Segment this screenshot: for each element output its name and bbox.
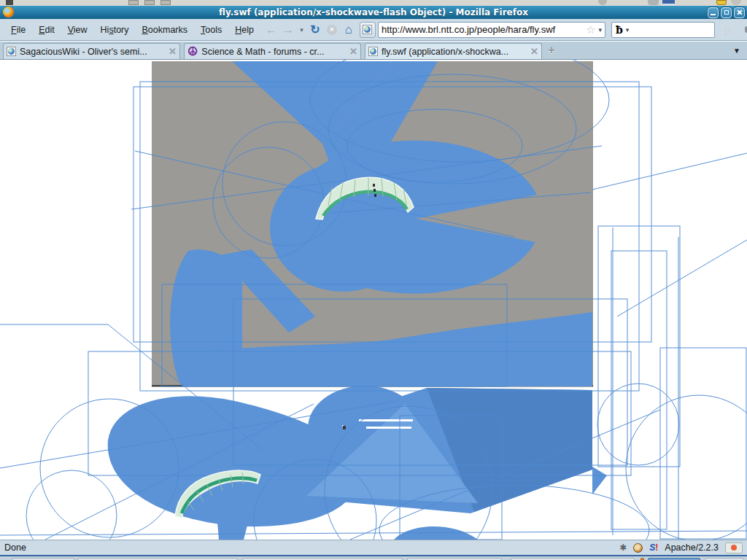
stop-icon[interactable]: ✕ [324, 22, 340, 38]
panel-fragment [160, 0, 171, 5]
url-bar: ☆ ▾ [378, 22, 605, 38]
tab-bar: SagaciousWiki - Oliver's semi... ✕ ☮ Sci… [0, 42, 747, 60]
record-indicator[interactable] [725, 542, 743, 553]
search-box: ƀ ▾ [611, 22, 715, 38]
tray-icon-fragment [648, 0, 659, 5]
server-info-text[interactable]: Apache/2.2.3 [665, 542, 719, 553]
menu-edit[interactable]: Edit [32, 22, 61, 38]
background-panel-strip [0, 0, 747, 6]
close-button[interactable] [734, 7, 745, 18]
tab-close-icon[interactable]: ✕ [169, 46, 177, 57]
menu-help[interactable]: Help [228, 22, 260, 38]
stop-x-glyph: ✕ [327, 25, 337, 35]
panel-fragment [6, 0, 13, 5]
maximize-button[interactable] [721, 7, 732, 18]
tab-fly-swf[interactable]: fly.swf (application/x-shockwa... ✕ [365, 43, 542, 59]
tray-icon-fragment [598, 0, 607, 5]
tab-close-icon[interactable]: ✕ [530, 46, 538, 57]
taskbar-strip [0, 555, 747, 560]
menu-history[interactable]: History [94, 22, 136, 38]
history-dropdown-icon[interactable]: ▾ [297, 22, 306, 38]
reload-icon[interactable]: ↻ [307, 22, 323, 38]
menu-bookmarks[interactable]: Bookmarks [136, 22, 195, 38]
site-favicon-button[interactable] [360, 22, 376, 38]
status-text: Done [4, 542, 26, 553]
menu-view[interactable]: View [61, 22, 94, 38]
tab-title: Science & Math - forums - cr... [201, 47, 346, 57]
status-bar: Done ✱ S! Apache/2.2.3 [0, 540, 747, 555]
bookmark-star-icon[interactable]: ☆ [584, 23, 597, 36]
nav-buttons: ← → ▾ ↻ ✕ ⌂ [263, 22, 357, 38]
forward-icon[interactable]: → [280, 22, 296, 38]
panel-fragment [128, 0, 139, 5]
tab-science-math[interactable]: ☮ Science & Math - forums - cr... ✕ [184, 43, 361, 59]
flash-artwork [0, 60, 747, 540]
globe-favicon-icon [7, 47, 16, 56]
menu-file[interactable]: File [4, 22, 32, 38]
firefox-icon [3, 7, 14, 18]
screen: { "window": { "title": "fly.swf (applica… [0, 0, 747, 560]
tray-icon-fragment [662, 0, 675, 5]
tab-close-icon[interactable]: ✕ [349, 46, 357, 57]
tray-icon-fragment [731, 0, 741, 5]
menu-bar: File Edit View History Bookmarks Tools H… [0, 22, 260, 38]
url-input[interactable] [379, 24, 584, 35]
engine-dropdown-icon[interactable]: ▾ [624, 26, 632, 34]
greasemonkey-icon[interactable] [633, 543, 643, 553]
home-icon[interactable]: ⌂ [341, 22, 357, 38]
url-dropdown-icon[interactable]: ▾ [597, 26, 605, 34]
flash-plugin-area[interactable] [0, 60, 747, 540]
tab-list-dropdown-icon[interactable]: ▼ [727, 42, 747, 59]
tab-sagaciouswiki[interactable]: SagaciousWiki - Oliver's semi... ✕ [3, 43, 180, 59]
globe-favicon-icon [363, 25, 372, 34]
record-dot-icon [731, 545, 737, 551]
search-engine-icon[interactable]: ƀ [612, 24, 624, 36]
window-title: fly.swf (application/x-shockwave-flash O… [0, 7, 747, 18]
s-exclaim-icon[interactable]: S! [649, 542, 658, 553]
menu-and-nav-toolbar: File Edit View History Bookmarks Tools H… [0, 19, 747, 41]
tab-title: fly.swf (application/x-shockwa... [382, 47, 527, 57]
bug-icon[interactable]: ✱ [619, 542, 627, 553]
peace-favicon-icon: ☮ [187, 47, 198, 57]
panel-fragment [144, 0, 155, 5]
new-tab-button[interactable]: + [543, 42, 560, 59]
tab-title: SagaciousWiki - Oliver's semi... [20, 47, 165, 57]
tray-icon-fragment [716, 0, 727, 5]
window-titlebar: fly.swf (application/x-shockwave-flash O… [0, 6, 747, 19]
menu-tools[interactable]: Tools [194, 22, 228, 38]
throbber-icon [719, 24, 731, 36]
back-icon[interactable]: ← [263, 22, 279, 38]
globe-favicon-icon [368, 47, 378, 56]
minimize-button[interactable] [708, 7, 719, 18]
